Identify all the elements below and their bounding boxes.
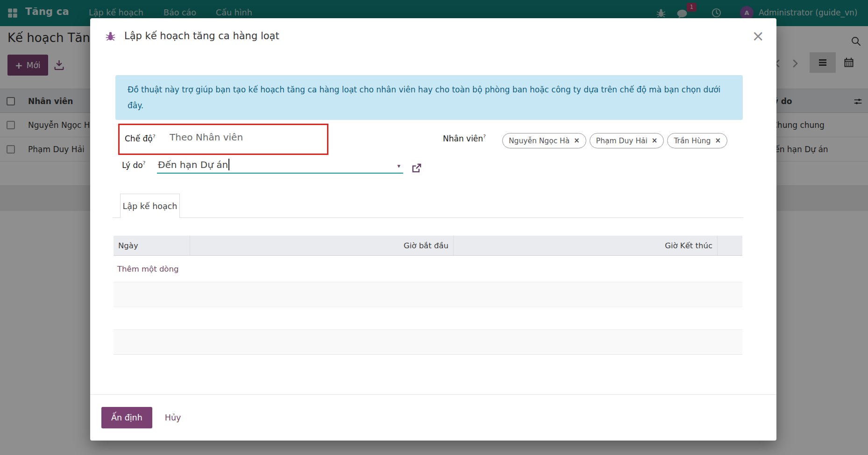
employee-tags: Nguyễn Ngọc Hà × Phạm Duy Hải × Trần Hùn… — [502, 133, 727, 148]
column-header-actions — [717, 236, 742, 255]
tag-remove-icon[interactable]: × — [574, 137, 580, 144]
column-header-start-time: Giờ bắt đầu — [190, 236, 453, 255]
dialog-title: Lập kế hoạch tăng ca hàng loạt — [124, 30, 279, 42]
tab-planning[interactable]: Lập kế hoạch — [120, 194, 180, 218]
reason-field-label: Lý do? — [122, 160, 145, 170]
table-filler-row — [114, 330, 742, 355]
employee-tag[interactable]: Phạm Duy Hải × — [590, 133, 664, 148]
employee-tag[interactable]: Trần Hùng × — [667, 133, 727, 148]
dialog-header: Lập kế hoạch tăng ca hàng loạt × — [90, 18, 776, 54]
caret-down-icon[interactable]: ▾ — [397, 162, 400, 169]
bulk-overtime-dialog: Lập kế hoạch tăng ca hàng loạt × Đồ thuậ… — [90, 18, 776, 441]
column-header-date: Ngày — [114, 236, 190, 255]
employees-field-label: Nhân viên? — [443, 133, 486, 143]
close-icon[interactable]: × — [752, 28, 764, 43]
table-header-row: Ngày Giờ bắt đầu Giờ Kết thúc — [114, 236, 742, 256]
tag-label: Nguyễn Ngọc Hà — [509, 137, 569, 145]
external-link-icon[interactable] — [411, 162, 423, 174]
reason-input[interactable]: Đến hạn Dự án ▾ — [157, 156, 403, 174]
info-alert: Đồ thuật này trợ giúp bạn tạo kế hoạch t… — [115, 75, 743, 120]
help-icon[interactable]: ? — [143, 160, 146, 166]
add-line-link[interactable]: Thêm một dòng — [114, 256, 742, 282]
table-filler-row — [114, 307, 742, 330]
tag-remove-icon[interactable]: × — [652, 137, 658, 144]
employee-tag[interactable]: Nguyễn Ngọc Hà × — [502, 133, 586, 148]
confirm-button[interactable]: Ấn định — [101, 407, 152, 428]
reason-value: Đến hạn Dự án — [157, 159, 228, 170]
table-filler-row — [114, 282, 742, 307]
help-icon[interactable]: ? — [153, 133, 156, 140]
column-header-end-time: Giờ Kết thúc — [453, 236, 717, 255]
tag-label: Trần Hùng — [674, 137, 711, 145]
cancel-button[interactable]: Hủy — [165, 413, 181, 422]
mode-select[interactable]: Theo Nhân viên — [170, 132, 243, 143]
wizard-bug-icon — [105, 31, 116, 42]
help-icon[interactable]: ? — [483, 133, 486, 140]
tag-remove-icon[interactable]: × — [715, 137, 721, 144]
notebook-divider — [113, 217, 743, 218]
dialog-footer: Ấn định Hủy — [90, 394, 776, 441]
planning-lines-table: Ngày Giờ bắt đầu Giờ Kết thúc Thêm một d… — [114, 236, 742, 355]
text-cursor — [228, 159, 229, 170]
tag-label: Phạm Duy Hải — [596, 137, 647, 145]
mode-field-label: Chế độ? — [125, 133, 156, 143]
